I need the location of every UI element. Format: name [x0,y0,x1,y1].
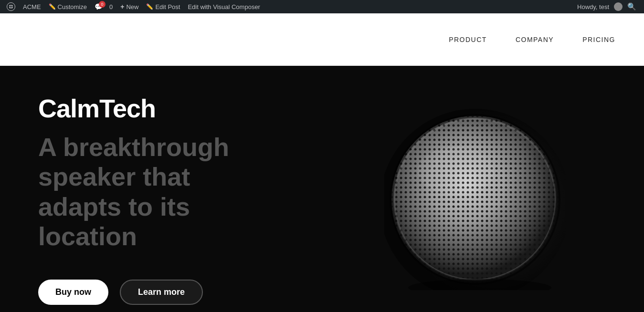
hero-buttons: Buy now Learn more [38,270,277,305]
nav-bar: PRODUCT COMPANY PRICING [0,13,644,66]
admin-bar: ACME ✏️ Customize 💬 0 0 + New ✏️ Edit Po… [0,0,644,13]
new-label: New [126,3,138,10]
nav-product[interactable]: PRODUCT [449,36,487,43]
acme-menu-item[interactable]: ACME [19,0,45,13]
howdy-text: Howdy, test [574,3,612,10]
pencil-icon: ✏️ [146,3,153,10]
visual-composer-menu-item[interactable]: Edit with Visual Composer [184,0,264,13]
speaker-image: // This won't run in SVG — dots are plac… [384,109,566,290]
visual-composer-label: Edit with Visual Composer [188,3,260,10]
wordpress-icon [7,2,15,11]
edit-post-label: Edit Post [155,3,180,10]
admin-bar-right: Howdy, test 🔍 [574,2,641,11]
learn-more-button[interactable]: Learn more [120,280,203,305]
svg-point-9 [418,147,494,195]
nav-pricing[interactable]: PRICING [582,36,615,43]
comment-count-label: 0 [109,3,113,10]
comment-icon: 💬 0 [95,3,103,10]
edit-post-menu-item[interactable]: ✏️ Edit Post [142,0,184,13]
search-icon[interactable]: 🔍 [623,2,641,11]
buy-now-button[interactable]: Buy now [38,280,108,305]
new-menu-item[interactable]: + New [116,0,142,13]
plus-icon: + [120,3,124,10]
customize-icon: ✏️ [49,3,56,10]
comment-count-badge: 0 [99,1,106,8]
customize-menu-item[interactable]: ✏️ Customize [45,0,91,13]
acme-label: ACME [23,3,41,10]
hero-content: CalmTech A breakthrough speaker that ada… [0,66,306,312]
nav-links: PRODUCT COMPANY PRICING [449,36,615,43]
avatar[interactable] [614,2,623,11]
hero-tagline: A breakthrough speaker that adapts to it… [38,132,277,250]
hero-image-area: // This won't run in SVG — dots are plac… [306,66,644,312]
hero-brand: CalmTech [38,94,277,123]
hero-section: CalmTech A breakthrough speaker that ada… [0,66,644,312]
wp-logo-item[interactable] [3,0,19,13]
customize-label: Customize [58,3,87,10]
nav-company[interactable]: COMPANY [516,36,554,43]
comments-menu-item[interactable]: 💬 0 0 [91,0,116,13]
